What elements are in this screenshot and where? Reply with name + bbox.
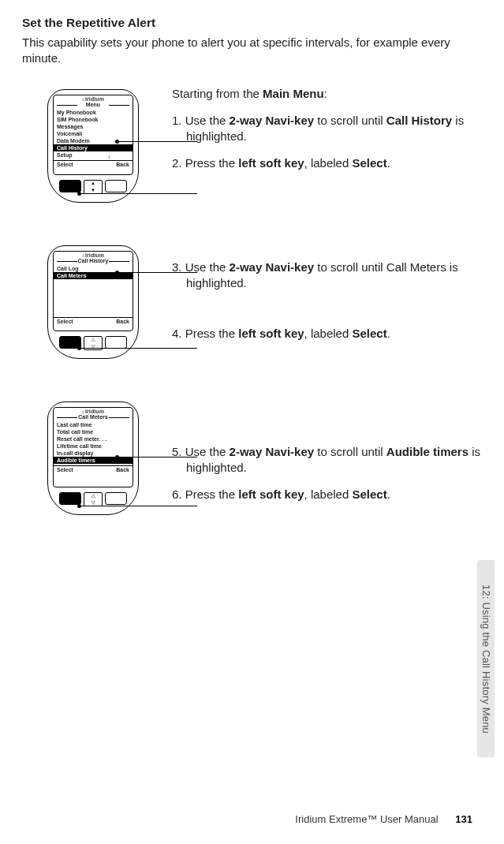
menu-item: Total call time [57, 428, 129, 435]
chapter-side-tab-label: 12: Using the Call History Menu [480, 584, 492, 734]
menu-item: SIM Phonebook [57, 116, 129, 123]
navi-key[interactable]: ▲▼ [84, 180, 103, 194]
navi-up-icon: ▲ [91, 181, 95, 185]
navi-key[interactable]: △▽ [84, 492, 103, 506]
step-5: 5. Use the 2-way Navi-key to scroll unti… [172, 444, 482, 476]
navi-up-icon: △ [91, 494, 95, 498]
instruction-block-3: :: iridium Call Meters Last call timeTot… [22, 398, 482, 515]
footer-page-number: 131 [455, 813, 472, 825]
phone-keypad: ▲▼ [53, 180, 133, 194]
instruction-block-1: :: iridium Menu My PhonebookSIM Phoneboo… [22, 86, 482, 203]
softkey-row: Select Back [54, 317, 133, 326]
menu-item: Call History [54, 144, 133, 151]
lead-text: Starting from the Main Menu: [172, 86, 482, 102]
softkey-left-label: Select [57, 319, 73, 324]
right-softkey-button[interactable] [105, 336, 127, 349]
footer-product: Iridium Extreme™ User Manual [295, 813, 438, 825]
leader-line [80, 348, 197, 349]
left-softkey-button[interactable] [59, 492, 81, 505]
softkey-right-label: Back [116, 319, 129, 324]
softkey-right-label: Back [116, 162, 129, 167]
phone-keypad: △▽ [53, 492, 133, 506]
page-footer: Iridium Extreme™ User Manual 131 [295, 813, 472, 825]
menu-item: Audible timers [54, 457, 133, 464]
menu-item: Messages [57, 123, 129, 130]
step-1: 1. Use the 2-way Navi-key to scroll unti… [172, 113, 482, 145]
step-2: 2. Press the left soft key, labeled Sele… [172, 155, 482, 171]
section-title: Set the Repetitive Alert [22, 16, 482, 30]
step-4: 4. Press the left soft key, labeled Sele… [172, 326, 482, 342]
chapter-side-tab: 12: Using the Call History Menu [477, 560, 495, 757]
softkey-right-label: Back [116, 467, 129, 472]
menu-item: Setup [57, 151, 129, 159]
manual-page: Set the Repetitive Alert This capability… [0, 0, 504, 844]
softkey-left-label: Select [57, 467, 73, 472]
navi-down-icon: ▽ [91, 501, 95, 505]
phone-brand: :: iridium [54, 95, 133, 102]
softkey-row: Select Back [54, 465, 133, 474]
step-3: 3. Use the 2-way Navi-key to scroll unti… [172, 260, 482, 292]
leader-line [118, 272, 197, 273]
screen-menu-list: My PhonebookSIM PhonebookMessagesVoicema… [54, 108, 133, 160]
menu-item: Call Meters [54, 272, 133, 279]
screen-menu-list: Last call timeTotal call timeReset call … [54, 420, 133, 465]
screen-menu-title: Menu [57, 102, 129, 108]
menu-item: Lifetime call time [57, 443, 129, 450]
menu-item: Last call time [57, 421, 129, 428]
intro-text: This capability sets your phone to alert… [22, 35, 464, 67]
menu-item: Voicemail [57, 130, 129, 137]
phone-illustration-3: :: iridium Call Meters Last call timeTot… [22, 398, 164, 515]
right-softkey-button[interactable] [105, 180, 127, 192]
navi-up-icon: △ [91, 338, 95, 342]
leader-line [80, 193, 197, 194]
leader-line [118, 141, 197, 142]
scroll-down-arrow-icon: ↓ [107, 154, 110, 160]
instruction-block-2: :: iridium Call History Call LogCall Met… [22, 242, 482, 359]
screen-menu-title: Call Meters [57, 414, 129, 420]
phone-illustration-2: :: iridium Call History Call LogCall Met… [22, 242, 164, 359]
leader-line [80, 506, 197, 506]
screen-menu-title: Call History [57, 258, 129, 264]
softkey-left-label: Select [57, 162, 73, 167]
phone-brand: :: iridium [54, 252, 133, 258]
leader-line [118, 457, 197, 457]
right-softkey-button[interactable] [105, 492, 127, 505]
menu-item: Reset call meter. . . [57, 435, 129, 443]
left-softkey-button[interactable] [59, 180, 81, 192]
menu-item: My Phonebook [57, 109, 129, 116]
phone-brand: :: iridium [54, 408, 133, 414]
phone-illustration-1: :: iridium Menu My PhonebookSIM Phoneboo… [22, 86, 164, 203]
step-6: 6. Press the left soft key, labeled Sele… [172, 487, 482, 502]
navi-down-icon: ▼ [91, 189, 95, 192]
softkey-row: Select ↓ Back [54, 160, 133, 169]
